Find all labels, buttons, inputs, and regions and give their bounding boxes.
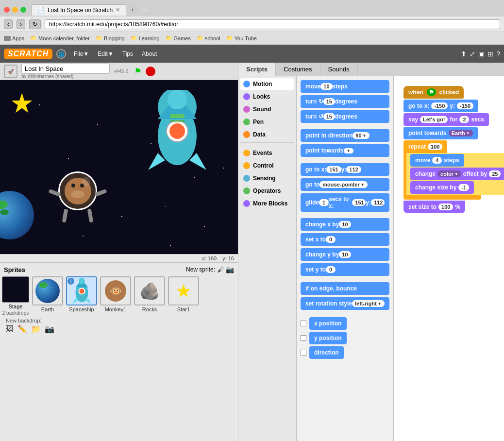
bookmark-school[interactable]: 📁 school [197,35,220,41]
block-set-y[interactable]: set y to 0 [301,263,389,276]
backdrop-paint-icon[interactable]: ✏️ [17,324,27,334]
fullscreen-icon[interactable]: ⤢ [470,50,475,58]
menu-edit[interactable]: Edit▼ [94,49,118,59]
new-sprite-label: New sprite: [186,266,215,273]
close-button[interactable] [4,7,10,13]
category-motion[interactable]: Motion [240,78,294,90]
menu-tips[interactable]: Tips [118,49,137,59]
traffic-lights [4,7,26,13]
forward-button[interactable]: › [17,19,25,29]
block-set-x[interactable]: set x to 0 [301,233,389,246]
category-more-blocks[interactable]: More Blocks [240,198,294,209]
backdrop-camera-icon[interactable]: 📷 [45,324,54,334]
back-button[interactable]: ‹ [4,19,13,29]
address-bar[interactable] [45,19,500,29]
ws-block-repeat-container: repeat 100 move 4 steps change color eff… [403,140,504,200]
block-glide[interactable]: glide 1 secs to x: 151 y: 112 [301,193,389,212]
language-selector[interactable]: 🌐 [56,49,66,59]
bookmark-blogging[interactable]: 📁 Blogging [96,35,125,41]
block-direction[interactable]: direction [309,346,344,359]
expand-icon[interactable]: ⊞ [487,50,493,58]
ws-block-repeat[interactable]: repeat 100 [403,140,447,153]
block-change-y[interactable]: change y by 10 [301,248,389,261]
bookmark-apps[interactable]: Apps [4,35,24,41]
ws-block-when-flag-clicked[interactable]: when ⚑ clicked [403,86,464,99]
cat-motion-label: Motion [253,81,272,87]
block-go-to[interactable]: go to mouse-pointer [301,178,389,191]
maximize-button[interactable] [20,7,26,13]
ws-block-set-size[interactable]: set size to 100 % [403,201,465,213]
block-point-direction[interactable]: point in direction 90 [301,129,389,142]
block-go-to-xy[interactable]: go to x: 151 y: 112 [301,163,389,176]
category-control[interactable]: Control [240,160,294,171]
category-pen[interactable]: Pen [240,116,294,128]
bookmark-label: Blogging [104,35,125,41]
new-tab-button[interactable]: + [128,5,137,14]
ws-block-go-to-xy[interactable]: go to x: -150 y: -150 [403,100,478,112]
sprite-item-spaceship[interactable]: i Spaceship [66,276,97,312]
nav-bar: ‹ › ↻ [0,17,504,32]
new-sprite-paint-button[interactable]: 🖌 [217,266,224,273]
bookmark-youtube[interactable]: 📁 You Tube [226,35,257,41]
presentation-icon[interactable]: ▣ [478,50,485,58]
new-sprite-camera-button[interactable]: 📷 [226,266,234,273]
category-events[interactable]: Events [240,147,294,159]
block-if-edge-bounce[interactable]: if on edge, bounce [301,282,389,295]
bookmark-moon[interactable]: 📁 Moon calender, folder [30,35,90,41]
tab-costumes[interactable]: Costumes [276,63,320,76]
backdrop-folder-icon[interactable]: 📁 [31,324,41,334]
category-data[interactable]: Data [240,129,294,140]
block-y-position[interactable]: y position [309,332,347,344]
x-position-checkbox[interactable] [301,321,306,326]
y-position-checkbox[interactable] [301,335,306,341]
block-move-steps[interactable]: move 10 steps [301,80,389,93]
project-name-input[interactable] [21,64,110,74]
coord-display: x: 160 y: 16 [0,254,238,262]
svg-text:🚀: 🚀 [8,68,14,75]
ws-block-change-size[interactable]: change size by -1 [410,181,474,194]
block-set-rotation[interactable]: set rotation style left-right [301,297,389,310]
ws-block-move-4[interactable]: move 4 steps [410,154,464,167]
block-point-towards[interactable]: point towards [301,144,389,157]
direction-checkbox[interactable] [301,350,306,356]
svg-point-14 [79,278,85,284]
cat-events-label: Events [253,150,272,156]
browser-tab[interactable]: 📄 Lost In Space on Scratch ✕ [31,4,126,16]
stop-button[interactable] [146,67,155,76]
bookmark-games[interactable]: 📁 Games [166,35,191,41]
category-sensing[interactable]: Sensing [240,172,294,184]
tab-sounds[interactable]: Sounds [320,63,358,76]
tab-close-button[interactable]: ✕ [116,7,120,13]
block-change-x[interactable]: change x by 10 [301,218,389,231]
sprite-item-rocks[interactable]: 🪨 Rocks [134,276,165,312]
category-sound[interactable]: Sound [240,103,294,115]
ws-block-change-color-effect[interactable]: change color effect by 25 [410,168,504,180]
upload-icon[interactable]: ⬆ [461,50,467,58]
category-operators[interactable]: Operators [240,185,294,197]
menu-about[interactable]: About [138,49,161,59]
backdrop-upload-icon[interactable]: 🖼 [6,324,14,334]
tab-scripts[interactable]: Scripts [238,63,276,76]
svg-rect-11 [170,120,185,122]
refresh-button[interactable]: ↻ [29,19,41,29]
block-turn-cw[interactable]: turn ↻ 15 degrees [301,95,389,108]
green-flag-button[interactable]: ⚑ [134,66,142,77]
category-looks[interactable]: Looks [240,91,294,102]
block-turn-ccw[interactable]: turn ↺ 15 degrees [301,110,389,123]
sprite-item-monkey[interactable]: 🐵 Monkey1 [100,276,131,312]
bookmark-learning[interactable]: 📁 Learning [131,35,160,41]
bookmark-label: Learning [139,35,160,41]
help-icon[interactable]: ? [496,50,500,58]
bookmark-label: Moon calender, folder [38,35,90,41]
sprite-item-star[interactable]: ★ Star1 [168,276,199,312]
stage-thumbnail [2,276,29,303]
block-x-position[interactable]: x position [309,317,347,330]
scratch-logo[interactable]: SCRATCH [4,49,52,59]
sprite-item-earth[interactable]: Earth [32,276,63,312]
ws-block-point-towards[interactable]: point towards Earth [403,127,478,139]
stage-sprite-item[interactable]: Stage 2 backdrops [2,276,29,316]
minimize-button[interactable] [12,7,18,13]
menu-file[interactable]: File▼ [70,49,93,59]
scratch-body: 🚀 by dillonbarnes (shared) v445.2 ⚑ [0,63,504,441]
ws-block-say[interactable]: say Let's go! for 2 secs [403,113,489,126]
